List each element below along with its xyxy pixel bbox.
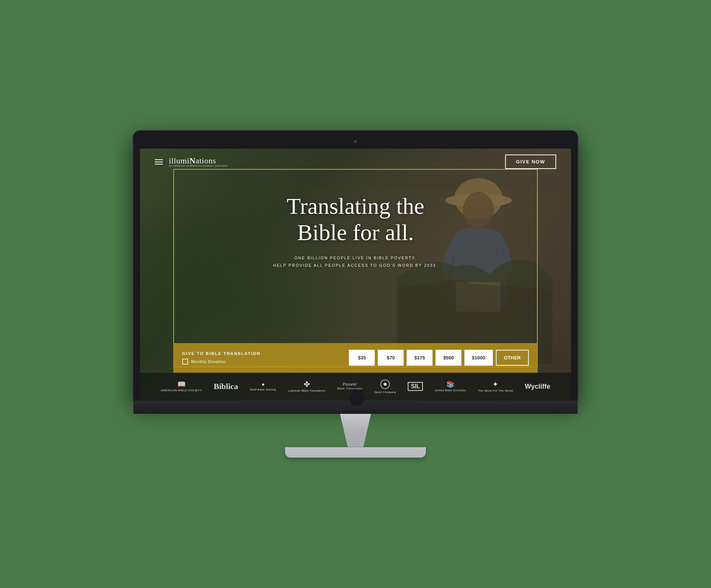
- hero-title-line2: Bible for all.: [297, 220, 414, 245]
- nav-left: illumiNations an alliance of Bible trans…: [155, 156, 227, 167]
- hero-title: Translating the Bible for all.: [287, 193, 424, 246]
- donation-label-section: GIVE TO BIBLE TRANSLATION Monthly Donati…: [182, 351, 261, 365]
- partner-sil: SIL: [408, 382, 423, 391]
- amount-1000[interactable]: $1000: [464, 350, 493, 366]
- hero-content: Translating the Bible for all. ONE BILLI…: [140, 193, 571, 269]
- partner-american-bible-society: 📖 AMERICAN BIBLE SOCIETY: [161, 381, 202, 392]
- apple-logo-area: [344, 387, 367, 409]
- amount-70[interactable]: $70: [378, 350, 404, 366]
- hero-subtitle-line1: ONE BILLION PEOPLE LIVE IN BIBLE POVERTY…: [294, 256, 417, 260]
- deaf-bible-icon: ●: [261, 382, 264, 387]
- imac-base: [285, 447, 426, 458]
- lutheran-name: Lutheran Bible Translators: [288, 389, 326, 392]
- partner-biblica: Biblica: [214, 382, 238, 391]
- monthly-donation-row: Monthly Donation: [182, 359, 261, 365]
- svg-point-6: [384, 383, 387, 386]
- hero-subtitle-line2: HELP PROVIDE ALL PEOPLE ACCESS TO GOD'S …: [273, 263, 438, 268]
- partner-wycliffe: Wycliffe: [525, 383, 550, 390]
- donation-bar: GIVE TO BIBLE TRANSLATION Monthly Donati…: [173, 343, 538, 373]
- hero-title-line1: Translating the: [287, 193, 424, 219]
- imac-screen-bezel: illumiNations an alliance of Bible trans…: [133, 131, 578, 401]
- neck-wrapper: [285, 414, 426, 458]
- logo-subtitle: an alliance of Bible translation partner…: [169, 164, 227, 167]
- word-world-icon: ✦: [492, 381, 498, 388]
- sil-icon: SIL: [408, 382, 423, 391]
- imac-camera: [354, 140, 357, 143]
- monthly-donation-label: Monthly Donation: [191, 359, 226, 364]
- imac-wrapper: illumiNations an alliance of Bible trans…: [133, 131, 578, 458]
- hero-subtitle: ONE BILLION PEOPLE LIVE IN BIBLE POVERTY…: [273, 255, 438, 269]
- partner-lutheran: ✤ Lutheran Bible Translators: [288, 381, 326, 392]
- seed-company-icon: [380, 379, 390, 389]
- lutheran-icon: ✤: [304, 381, 310, 388]
- imac-screen: illumiNations an alliance of Bible trans…: [140, 149, 571, 401]
- partner-seed-company: Seed Company: [374, 379, 396, 394]
- amount-buttons: $35 $70 $175 $500 $1000 OTHER: [268, 350, 529, 366]
- apple-logo: [347, 388, 364, 409]
- navigation: illumiNations an alliance of Bible trans…: [140, 149, 571, 175]
- partner-deaf-bible: ● Deaf Bible Society: [250, 382, 276, 391]
- website: illumiNations an alliance of Bible trans…: [140, 149, 571, 401]
- give-now-button[interactable]: GIVE NOW: [505, 155, 556, 169]
- united-bible-name: United Bible Societies: [435, 389, 466, 392]
- deaf-bible-name: Deaf Bible Society: [250, 388, 276, 391]
- hamburger-menu[interactable]: [155, 159, 163, 165]
- amount-35[interactable]: $35: [349, 350, 375, 366]
- logo-wrapper: illumiNations an alliance of Bible trans…: [169, 156, 227, 167]
- imac-camera-row: [140, 137, 571, 146]
- biblica-icon: Biblica: [214, 382, 238, 391]
- seed-company-name: Seed Company: [374, 391, 396, 394]
- imac-neck: [330, 414, 381, 447]
- partner-united-bible: 📚 United Bible Societies: [435, 381, 466, 392]
- abs-icon: 📖: [177, 381, 186, 388]
- monthly-donation-checkbox[interactable]: [182, 359, 188, 365]
- amount-175[interactable]: $175: [407, 350, 433, 366]
- abs-name: AMERICAN BIBLE SOCIETY: [161, 389, 202, 392]
- partner-word-world: ✦ The Word For The World: [478, 381, 513, 392]
- donation-label: GIVE TO BIBLE TRANSLATION: [182, 351, 261, 356]
- united-bible-icon: 📚: [446, 381, 454, 388]
- wycliffe-icon: Wycliffe: [525, 383, 550, 390]
- amount-other[interactable]: OTHER: [496, 350, 529, 366]
- amount-500[interactable]: $500: [435, 350, 461, 366]
- word-world-name: The Word For The World: [478, 389, 513, 392]
